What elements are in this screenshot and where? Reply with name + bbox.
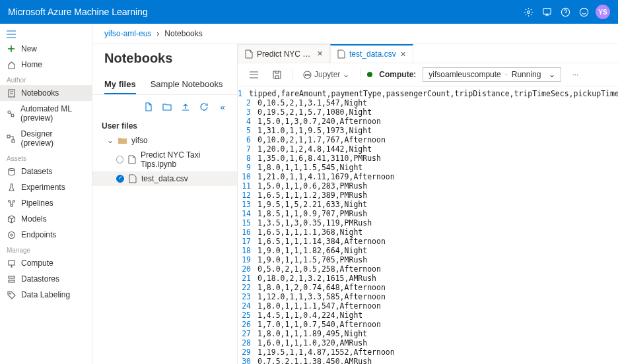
- code-line: 231,12.0,1,1,3.3,585,Afternoon: [238, 292, 618, 301]
- flask-icon: [7, 183, 16, 192]
- save-icon[interactable]: [269, 69, 285, 81]
- compute-select[interactable]: yifsoamleuscompute - Running ⌄: [423, 67, 561, 82]
- code-line: 210,18.0,2,1,3.2,1615,AMRush: [238, 274, 618, 283]
- plus-icon: [7, 44, 16, 53]
- code-line: 181,9.0,1,1,1.82,664,Night: [238, 246, 618, 255]
- svg-point-3: [580, 8, 588, 16]
- code-line: 101,21.0,1,1,4.11,1679,Afternoon: [238, 172, 618, 181]
- sidebar-item-datasets[interactable]: Datasets: [0, 164, 92, 179]
- brand-title: Microsoft Azure Machine Learning: [8, 7, 148, 17]
- svg-rect-1: [543, 8, 550, 13]
- code-line: 171,6.5,1,1,1.14,384,Afternoon: [238, 237, 618, 246]
- page-title: Notebooks: [92, 44, 237, 75]
- feedback-icon[interactable]: [537, 3, 556, 21]
- sidebar-item-home[interactable]: Home: [0, 57, 92, 73]
- chevron-down-icon: ⌄: [107, 136, 114, 145]
- editor-toolbar: Jupyter⌄ Compute: yifsoamleuscompute - R…: [238, 63, 618, 86]
- svg-rect-19: [273, 71, 281, 78]
- code-line: 1tipped,fareAmount,paymentType,passenger…: [238, 89, 618, 98]
- sidebar-heading: Manage: [0, 243, 92, 255]
- close-icon[interactable]: ✕: [317, 49, 323, 58]
- sidebar-item-endpoints[interactable]: Endpoints: [0, 227, 92, 243]
- sidebar-item-new[interactable]: New: [0, 41, 92, 57]
- settings-icon[interactable]: [519, 3, 537, 21]
- breadcrumb-section: Notebooks: [164, 29, 202, 38]
- endpoint-icon: [7, 230, 16, 239]
- file-icon: [337, 49, 345, 59]
- editor-tab[interactable]: test_data.csv✕: [330, 44, 413, 63]
- chevron-down-icon: ⌄: [343, 70, 349, 79]
- label-icon: [7, 290, 16, 299]
- sidebar-item-pipelines[interactable]: Pipelines: [0, 195, 92, 211]
- more-icon[interactable]: ···: [568, 68, 582, 81]
- chevron-down-icon: ⌄: [549, 70, 555, 79]
- editor-tab[interactable]: Predict NYC Taxi Tips✕: [238, 44, 330, 63]
- designer-icon: [7, 134, 16, 143]
- code-editor[interactable]: 1tipped,fareAmount,paymentType,passenger…: [238, 86, 618, 364]
- svg-point-18: [9, 293, 11, 294]
- refresh-icon[interactable]: [197, 100, 211, 113]
- cube-icon: [7, 214, 16, 224]
- user-avatar[interactable]: YS: [596, 5, 610, 19]
- code-line: 41,5.0,1,3,0.7,240,Afternoon: [238, 117, 618, 126]
- code-line: 111,5.0,1,1,0.6,283,PMRush: [238, 181, 618, 191]
- jupyter-dropdown[interactable]: Jupyter⌄: [299, 68, 353, 81]
- smile-icon[interactable]: [574, 3, 593, 21]
- svg-rect-17: [9, 280, 15, 282]
- compute-icon: [7, 258, 16, 268]
- sidebar-item-models[interactable]: Models: [0, 211, 92, 227]
- sidebar-item-datastores[interactable]: Datastores: [0, 271, 92, 287]
- select-circle-icon[interactable]: [116, 175, 124, 183]
- top-bar: Microsoft Azure Machine Learning YS: [0, 0, 618, 24]
- code-line: 30,19.5,2,1,5.7,1080,Night: [238, 107, 618, 117]
- code-line: 261,7.0,1,1,0.7,540,Afternoon: [238, 320, 618, 329]
- svg-rect-16: [9, 276, 15, 278]
- breadcrumb: yifso-aml-eus › Notebooks: [92, 24, 618, 44]
- new-file-icon[interactable]: [142, 100, 155, 113]
- select-circle-icon[interactable]: [116, 156, 123, 164]
- code-line: 241,8.0,1,1,1.1,547,Afternoon: [238, 301, 618, 311]
- new-folder-icon[interactable]: [160, 100, 174, 113]
- code-line: 251,4.5,1,1,0.4,224,Night: [238, 311, 618, 320]
- hamburger-icon[interactable]: [0, 28, 92, 41]
- sidebar-item-experiments[interactable]: Experiments: [0, 179, 92, 195]
- svg-rect-15: [9, 260, 15, 265]
- code-line: 60,10.0,2,1,1.7,767,Afternoon: [238, 135, 618, 144]
- sidebar-item-data-labeling[interactable]: Data Labeling: [0, 287, 92, 303]
- code-line: 141,8.5,1,1,0.9,707,PMRush: [238, 209, 618, 218]
- user-files-heading: User files: [92, 119, 237, 133]
- file-row[interactable]: test_data.csv: [92, 171, 237, 186]
- breadcrumb-workspace[interactable]: yifso-aml-eus: [104, 29, 151, 38]
- close-icon[interactable]: ✕: [400, 50, 406, 59]
- code-line: 51,31.0,1,1,9.5,1973,Night: [238, 126, 618, 135]
- code-line: 221,8.0,1,2,0.74,648,Afternoon: [238, 283, 618, 292]
- file-tab-sample-notebooks[interactable]: Sample Notebooks: [151, 75, 223, 94]
- menu-icon[interactable]: [246, 69, 262, 80]
- pipeline-icon: [7, 198, 16, 208]
- automl-icon: [7, 109, 15, 118]
- sidebar-heading: Assets: [0, 151, 92, 164]
- ipynb-icon: [245, 49, 253, 59]
- svg-point-14: [11, 234, 13, 236]
- code-line: 81,35.0,1,6,8.41,3110,PMRush: [238, 154, 618, 163]
- chevron-right-icon: ›: [156, 29, 159, 38]
- ipynb-icon: [128, 155, 136, 164]
- upload-icon[interactable]: [179, 100, 192, 113]
- datastore-icon: [7, 274, 16, 284]
- file-icon: [129, 174, 137, 183]
- sidebar-item-designer-preview-[interactable]: Designer (preview): [0, 126, 92, 151]
- file-tab-my-files[interactable]: My files: [104, 75, 136, 94]
- code-line: 71,20.0,1,2,4.8,1442,Night: [238, 144, 618, 154]
- user-folder-label: yifso: [131, 136, 148, 145]
- help-icon[interactable]: [556, 3, 574, 21]
- svg-point-6: [11, 114, 14, 117]
- sidebar-item-notebooks[interactable]: Notebooks: [0, 85, 92, 101]
- file-row[interactable]: Predict NYC Taxi Tips.ipynb: [92, 148, 237, 171]
- code-line: 200,5.0,2,1,0.5,258,Afternoon: [238, 264, 618, 274]
- svg-point-9: [9, 168, 15, 170]
- folder-icon: [118, 137, 127, 144]
- collapse-icon[interactable]: «: [216, 100, 229, 113]
- user-folder-row[interactable]: ⌄ yifso: [92, 133, 237, 148]
- sidebar-item-automated-ml-preview-[interactable]: Automated ML (preview): [0, 101, 92, 126]
- sidebar-item-compute[interactable]: Compute: [0, 255, 92, 271]
